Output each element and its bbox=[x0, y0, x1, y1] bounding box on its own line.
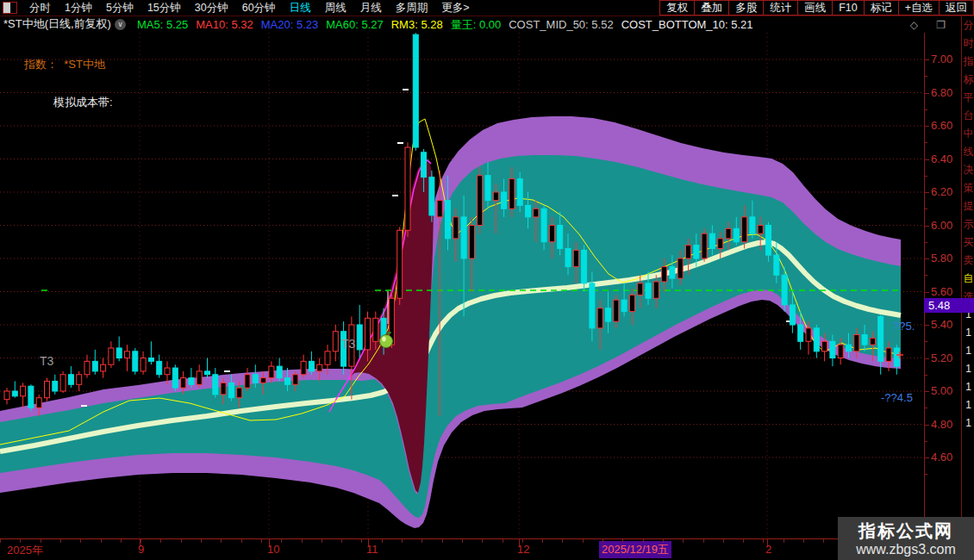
highlighted-date[interactable]: 2025/12/19五 bbox=[599, 541, 671, 558]
axis-minor-tick bbox=[925, 76, 927, 77]
date-minor-tick bbox=[462, 539, 463, 543]
date-axis-label: 2 bbox=[765, 543, 771, 556]
app-window: 分时1分钟5分钟15分钟30分钟60分钟日线周线月线多周期更多> 复权叠加多股统… bbox=[0, 0, 974, 560]
side-panel-glyph: 分 bbox=[962, 16, 974, 34]
date-minor-tick bbox=[442, 539, 443, 543]
period-tab-1分钟[interactable]: 1分钟 bbox=[58, 1, 99, 16]
date-minor-tick bbox=[322, 539, 322, 543]
axis-minor-tick bbox=[925, 242, 927, 243]
side-panel-glyph: 提 bbox=[962, 197, 974, 215]
date-minor-tick bbox=[784, 539, 784, 543]
date-axis-label: 10 bbox=[267, 543, 279, 556]
band-overlay-label: 模拟成本带: bbox=[53, 95, 113, 110]
axis-tick bbox=[925, 59, 929, 60]
period-tab-周线[interactable]: 周线 bbox=[318, 1, 353, 16]
indicator-value: MA60: 5.27 bbox=[326, 18, 384, 31]
date-minor-tick bbox=[663, 539, 664, 543]
period-tab-更多>[interactable]: 更多> bbox=[434, 1, 476, 16]
axis-tick bbox=[925, 358, 929, 359]
period-tab-5分钟[interactable]: 5分钟 bbox=[99, 1, 140, 16]
chevron-down-icon[interactable]: ∨ bbox=[115, 19, 126, 30]
price-axis-label: 6.60 bbox=[931, 119, 952, 132]
date-minor-tick bbox=[281, 539, 282, 543]
axis-minor-tick bbox=[925, 375, 927, 376]
side-panel-glyph: 台 bbox=[962, 107, 974, 125]
axis-tick bbox=[925, 425, 929, 426]
edge-value-label: ??5. bbox=[893, 320, 915, 333]
watermark-title: 指标公式网 bbox=[858, 520, 953, 541]
toolbar-button-叠加[interactable]: 叠加 bbox=[694, 0, 729, 16]
indicator-value: 量王: 0.00 bbox=[451, 18, 502, 31]
toolbar-button-统计[interactable]: 统计 bbox=[763, 0, 798, 16]
indicator-value: MA20: 5.23 bbox=[261, 18, 319, 31]
period-tab-日线[interactable]: 日线 bbox=[283, 1, 318, 16]
price-axis-label: 6.40 bbox=[931, 152, 952, 165]
axis-minor-tick bbox=[925, 408, 927, 408]
axis-tick bbox=[925, 258, 929, 259]
indicator-value: MA10: 5.32 bbox=[196, 18, 253, 31]
side-panel-glyph: 自 bbox=[962, 270, 974, 288]
date-axis-label: 2025年 bbox=[7, 543, 43, 558]
axis-tick bbox=[925, 159, 929, 160]
date-axis: 2025/12/19五 2025年91011122 bbox=[0, 538, 974, 560]
period-tab-月线[interactable]: 月线 bbox=[353, 1, 389, 16]
side-panel-glyph: 时 bbox=[962, 34, 974, 53]
axis-tick bbox=[925, 93, 929, 94]
date-minor-tick bbox=[562, 539, 563, 543]
date-minor-tick bbox=[60, 539, 61, 543]
toolbar-button-F10[interactable]: F10 bbox=[832, 0, 865, 16]
side-panel-glyph: 标 bbox=[962, 71, 974, 89]
date-axis-label: 9 bbox=[138, 543, 144, 556]
toolbar-button-返回[interactable]: 返回 bbox=[939, 0, 974, 16]
chart-canvas[interactable]: T3T3??5.-??4.5 bbox=[0, 33, 924, 538]
date-minor-tick bbox=[421, 539, 422, 543]
axis-tick bbox=[925, 457, 929, 458]
axis-tick bbox=[925, 292, 929, 293]
axis-minor-tick bbox=[925, 109, 927, 110]
date-minor-tick bbox=[542, 539, 543, 543]
t3-signal-label: T3 bbox=[40, 354, 54, 368]
period-tab-15分钟[interactable]: 15分钟 bbox=[140, 1, 188, 16]
indicator-value: MA5: 5.25 bbox=[137, 18, 188, 31]
mini-toolbar-icons[interactable]: ◇ ❐ bbox=[910, 19, 953, 31]
side-panel-glyph: 线 bbox=[962, 143, 974, 161]
axis-tick bbox=[925, 226, 929, 227]
toolbar-button-标记[interactable]: 标记 bbox=[864, 0, 899, 16]
date-minor-tick bbox=[121, 539, 122, 543]
indicator-values: MA5: 5.25MA10: 5.32MA20: 5.23MA60: 5.27R… bbox=[129, 16, 753, 33]
side-panel-glyph: 1 bbox=[962, 414, 974, 432]
date-axis-label: 11 bbox=[366, 543, 378, 556]
axis-tick bbox=[925, 391, 929, 392]
axis-tick bbox=[925, 126, 929, 127]
period-tab-分时[interactable]: 分时 bbox=[22, 1, 58, 16]
date-minor-tick bbox=[482, 539, 483, 543]
date-minor-tick bbox=[221, 539, 222, 543]
axis-minor-tick bbox=[925, 142, 927, 143]
side-panel-edge[interactable]: 分时指标平台中线决策提示买卖自选1111111 bbox=[961, 16, 974, 560]
side-panel-glyph: 1 bbox=[962, 342, 974, 360]
axis-tick bbox=[925, 192, 929, 193]
toolbar-button-多股[interactable]: 多股 bbox=[728, 0, 764, 16]
period-tab-30分钟[interactable]: 30分钟 bbox=[188, 1, 235, 16]
period-tab-多周期[interactable]: 多周期 bbox=[389, 1, 435, 16]
date-minor-tick bbox=[241, 539, 242, 543]
date-minor-tick bbox=[382, 539, 383, 543]
date-minor-tick bbox=[583, 539, 584, 543]
toolbar-button-复权[interactable]: 复权 bbox=[659, 0, 695, 16]
period-tab-60分钟[interactable]: 60分钟 bbox=[235, 1, 283, 16]
axis-minor-tick bbox=[925, 341, 927, 342]
side-panel-glyph: 策 bbox=[962, 179, 974, 197]
axis-minor-tick bbox=[925, 474, 927, 475]
axis-minor-tick bbox=[925, 176, 927, 177]
side-panel-glyph: 中 bbox=[962, 125, 974, 143]
toolbar-button-+自选[interactable]: +自选 bbox=[898, 0, 940, 16]
side-panel-glyph: 1 bbox=[962, 324, 974, 342]
price-axis-label: 5.80 bbox=[931, 252, 952, 264]
toolbar-button-画线[interactable]: 画线 bbox=[797, 0, 833, 16]
price-axis-label: 4.60 bbox=[931, 451, 952, 464]
price-axis-label: 5.40 bbox=[931, 318, 952, 331]
layout-pane-icon[interactable] bbox=[3, 2, 17, 14]
axis-minor-tick bbox=[925, 441, 927, 442]
watermark: 指标公式网 www.zbgs3.com bbox=[838, 517, 974, 560]
side-panel-glyph: 平 bbox=[962, 89, 974, 107]
